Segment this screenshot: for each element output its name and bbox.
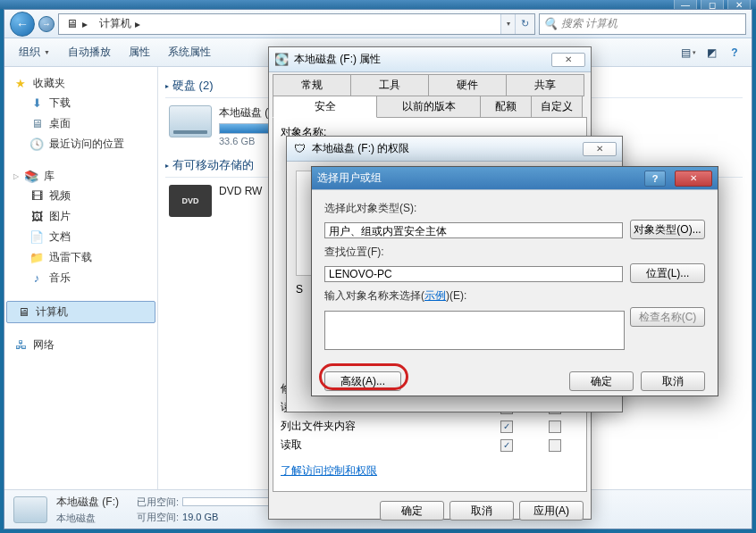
learn-permissions-link[interactable]: 了解访问控制和权限 bbox=[281, 464, 377, 477]
perm-list-deny[interactable] bbox=[549, 421, 561, 433]
select-user-actions: 高级(A)... 确定 取消 bbox=[312, 364, 718, 402]
sidebar-item-pictures[interactable]: 🖼图片 bbox=[4, 206, 157, 227]
location-field: LENOVO-PC bbox=[324, 266, 623, 282]
desktop-icon: 🖥 bbox=[29, 117, 44, 131]
sidebar-item-documents[interactable]: 📄文档 bbox=[4, 227, 157, 247]
permissions-dialog-title[interactable]: 🛡 本地磁盘 (F:) 的权限 ✕ bbox=[287, 137, 622, 162]
forward-button[interactable]: ← bbox=[38, 16, 55, 32]
breadcrumb-root[interactable]: 🖥▸ bbox=[59, 14, 94, 34]
sidebar-item-recent[interactable]: 🕓最近访问的位置 bbox=[4, 134, 157, 154]
statusbar-used-bar bbox=[182, 497, 272, 506]
sidebar-item-desktop[interactable]: 🖥桌面 bbox=[4, 113, 157, 134]
tab-quota[interactable]: 配额 bbox=[480, 96, 532, 118]
location-label: 查找位置(F): bbox=[324, 245, 384, 260]
dvd-name: DVD RW bbox=[219, 185, 262, 197]
statusbar-free-value: 19.0 GB bbox=[182, 512, 218, 522]
back-button[interactable]: ← bbox=[10, 12, 35, 37]
tab-security[interactable]: 安全 bbox=[273, 96, 377, 118]
perm-list-allow[interactable]: ✓ bbox=[500, 421, 513, 433]
advanced-button[interactable]: 高级(A)... bbox=[324, 371, 401, 391]
properties-dialog-buttons: 确定 取消 应用(A) bbox=[269, 496, 591, 526]
toolbar-properties[interactable]: 属性 bbox=[122, 41, 157, 63]
breadcrumb[interactable]: 🖥▸ 计算机 ▸ ▾ ↻ bbox=[58, 13, 535, 35]
toolbar-autoplay[interactable]: 自动播放 bbox=[61, 41, 118, 63]
perm-list-folder: 列出文件夹内容✓ bbox=[281, 417, 579, 436]
tab-hardware[interactable]: 硬件 bbox=[428, 74, 507, 96]
properties-cancel-button[interactable]: 取消 bbox=[449, 501, 514, 521]
sidebar-network-header[interactable]: 🖧网络 bbox=[4, 336, 157, 354]
tab-sharing[interactable]: 共享 bbox=[506, 74, 584, 96]
tab-customize[interactable]: 自定义 bbox=[531, 96, 583, 118]
sidebar-item-music[interactable]: ♪音乐 bbox=[4, 268, 157, 288]
drive-icon: 💽 bbox=[274, 53, 289, 67]
dvd-icon: DVD bbox=[169, 185, 212, 217]
arrow-left-icon: ← bbox=[16, 17, 29, 31]
location-button[interactable]: 位置(L)... bbox=[630, 263, 705, 283]
properties-dialog-title[interactable]: 💽 本地磁盘 (F:) 属性 ✕ bbox=[269, 47, 591, 72]
check-names-button[interactable]: 检查名称(C) bbox=[630, 307, 705, 327]
perm-read-deny[interactable] bbox=[549, 439, 561, 452]
permissions-close-button[interactable]: ✕ bbox=[583, 142, 617, 156]
folder-icon: 📁 bbox=[29, 251, 44, 265]
sidebar-favorites-header[interactable]: ★收藏夹 bbox=[4, 74, 157, 93]
library-icon: 📚 bbox=[24, 170, 38, 184]
object-types-button[interactable]: 对象类型(O)... bbox=[630, 220, 705, 239]
sidebar-libraries-header[interactable]: ▷📚库 bbox=[4, 167, 157, 186]
perm-read: 读取✓ bbox=[281, 436, 579, 454]
search-icon: 🔍 bbox=[543, 17, 558, 31]
select-user-dialog-title[interactable]: 选择用户或组 ? ✕ bbox=[312, 167, 718, 190]
statusbar-drive-type: 本地磁盘 bbox=[56, 512, 119, 525]
tab-general[interactable]: 常规 bbox=[273, 74, 351, 96]
properties-close-button[interactable]: ✕ bbox=[551, 53, 585, 67]
nav-bar: ← ← 🖥▸ 计算机 ▸ ▾ ↻ 🔍 搜索 计算机 bbox=[4, 10, 752, 38]
select-help-button[interactable]: ? bbox=[644, 171, 666, 187]
select-user-dialog: 选择用户或组 ? ✕ 选择此对象类型(S): 用户、组或内置安全主体 对象类型(… bbox=[311, 166, 718, 396]
select-close-button[interactable]: ✕ bbox=[675, 171, 712, 187]
recent-icon: 🕓 bbox=[29, 137, 44, 152]
window-titlebar: — ◻ ✕ bbox=[0, 0, 756, 9]
properties-ok-button[interactable]: 确定 bbox=[380, 501, 444, 521]
preview-pane-icon[interactable]: ◩ bbox=[701, 43, 721, 62]
name-input-label: 输入对象名称来选择(示例)(E): bbox=[324, 288, 466, 304]
toolbar-system-properties[interactable]: 系统属性 bbox=[161, 41, 218, 63]
video-icon: 🎞 bbox=[29, 189, 44, 204]
picture-icon: 🖼 bbox=[29, 210, 44, 224]
examples-link[interactable]: 示例 bbox=[424, 289, 446, 302]
shield-icon: 🛡 bbox=[292, 142, 307, 156]
arrow-right-icon: ← bbox=[42, 19, 51, 29]
star-icon: ★ bbox=[13, 77, 28, 91]
computer-icon: 🖥 bbox=[64, 17, 79, 31]
select-cancel-button[interactable]: 取消 bbox=[641, 371, 705, 391]
sidebar-item-videos[interactable]: 🎞视频 bbox=[4, 186, 157, 206]
select-ok-button[interactable]: 确定 bbox=[569, 371, 634, 391]
object-type-label: 选择此对象类型(S): bbox=[324, 201, 416, 216]
network-icon: 🖧 bbox=[13, 338, 28, 353]
select-user-body: 选择此对象类型(S): 用户、组或内置安全主体 对象类型(O)... 查找位置(… bbox=[312, 190, 718, 364]
perm-read-allow[interactable]: ✓ bbox=[500, 439, 513, 452]
document-icon: 📄 bbox=[29, 230, 44, 245]
statusbar-free-label: 可用空间: bbox=[137, 511, 179, 524]
object-name-input[interactable] bbox=[324, 311, 625, 350]
statusbar-drive-icon bbox=[13, 496, 47, 523]
refresh-button[interactable]: ↻ bbox=[515, 14, 534, 34]
sidebar-item-computer[interactable]: 🖥计算机 bbox=[6, 301, 155, 323]
breadcrumb-computer[interactable]: 计算机 ▸ bbox=[94, 14, 147, 34]
help-icon[interactable]: ? bbox=[725, 43, 744, 62]
search-placeholder: 搜索 计算机 bbox=[561, 16, 617, 31]
properties-apply-button[interactable]: 应用(A) bbox=[519, 501, 584, 521]
breadcrumb-dropdown[interactable]: ▾ bbox=[500, 14, 515, 34]
statusbar-used-label: 已用空间: bbox=[137, 496, 179, 509]
statusbar-drive-name: 本地磁盘 (F:) bbox=[56, 495, 119, 510]
object-type-field: 用户、组或内置安全主体 bbox=[324, 222, 623, 238]
tab-tools[interactable]: 工具 bbox=[350, 74, 429, 96]
sidebar-item-downloads[interactable]: ⬇下载 bbox=[4, 93, 157, 113]
sidebar: ★收藏夹 ⬇下载 🖥桌面 🕓最近访问的位置 ▷📚库 🎞视频 🖼图片 📄文档 📁迅… bbox=[4, 67, 158, 489]
toolbar-organize[interactable]: 组织▼ bbox=[12, 41, 57, 63]
tab-previous-versions[interactable]: 以前的版本 bbox=[376, 96, 481, 118]
search-input[interactable]: 🔍 搜索 计算机 bbox=[539, 13, 746, 35]
download-icon: ⬇ bbox=[29, 96, 44, 111]
properties-tabs: 常规 工具 硬件 共享 安全 以前的版本 配额 自定义 bbox=[269, 72, 591, 117]
music-icon: ♪ bbox=[29, 271, 44, 286]
sidebar-item-thunder[interactable]: 📁迅雷下载 bbox=[4, 247, 157, 268]
view-icon[interactable]: ▤▾ bbox=[678, 43, 698, 62]
